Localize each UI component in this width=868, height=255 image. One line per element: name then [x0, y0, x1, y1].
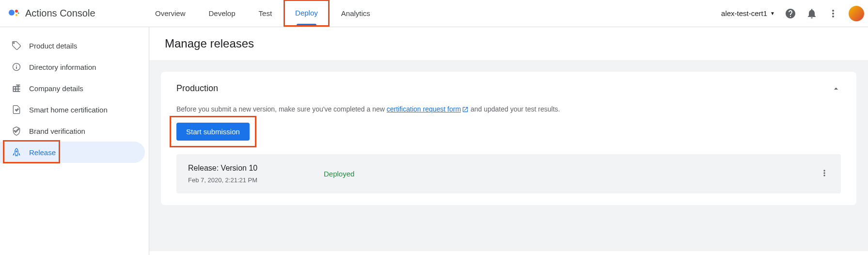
start-submission-button[interactable]: Start submission — [176, 123, 250, 141]
sidebar-item-product-details[interactable]: Product details — [0, 35, 149, 56]
svg-point-0 — [9, 10, 15, 16]
tab-test[interactable]: Test — [247, 0, 284, 27]
notifications-icon[interactable] — [806, 8, 818, 19]
assistant-logo-icon — [8, 8, 19, 19]
tab-analytics[interactable]: Analytics — [330, 0, 382, 27]
tag-icon — [12, 41, 21, 50]
svg-point-1 — [15, 10, 18, 13]
app-title: Actions Console — [25, 8, 95, 19]
more-vert-icon — [820, 168, 829, 178]
sidebar-item-smart-home-cert[interactable]: Smart home certification — [0, 99, 149, 120]
production-card: Production Before you submit a new versi… — [161, 72, 856, 205]
more-vert-icon[interactable] — [827, 8, 839, 19]
nav-tabs: Overview Develop Test Deploy Analytics — [143, 0, 382, 27]
release-status: Deployed — [324, 170, 354, 178]
sidebar-item-label: Smart home certification — [29, 106, 108, 114]
sidebar-item-label: Product details — [29, 42, 77, 50]
release-title: Release: Version 10 — [188, 164, 324, 173]
user-avatar[interactable] — [849, 6, 864, 21]
tab-deploy[interactable]: Deploy — [284, 0, 330, 27]
shield-icon — [12, 126, 21, 136]
dropdown-arrow-icon: ▼ — [770, 11, 775, 16]
project-selector[interactable]: alex-test-cert1 ▼ — [721, 9, 775, 17]
production-title: Production — [176, 83, 218, 94]
sidebar-item-label: Company details — [29, 84, 83, 93]
sidebar-item-label: Brand verification — [29, 127, 85, 135]
rocket-icon — [12, 147, 21, 157]
release-card: Release: Version 10 Feb 7, 2020, 2:21:21… — [176, 154, 841, 193]
cert-icon — [12, 105, 21, 114]
release-timestamp: Feb 7, 2020, 2:21:21 PM — [188, 176, 324, 184]
svg-point-5 — [16, 65, 17, 66]
sidebar-item-release[interactable]: Release — [0, 142, 145, 163]
sidebar-item-directory-info[interactable]: Directory information — [0, 56, 149, 78]
svg-point-3 — [18, 12, 19, 14]
tab-develop[interactable]: Develop — [197, 0, 247, 27]
svg-point-2 — [16, 14, 17, 16]
building-icon — [12, 83, 21, 93]
release-menu-button[interactable] — [820, 168, 829, 180]
certification-link[interactable]: certification request form — [387, 105, 461, 113]
sidebar-item-label: Release — [29, 148, 56, 157]
instruction-text: Before you submit a new version, make su… — [176, 105, 841, 113]
project-name: alex-test-cert1 — [721, 9, 767, 17]
page-title: Manage releases — [149, 27, 868, 60]
sidebar-item-label: Directory information — [29, 63, 96, 71]
sidebar-item-brand-verification[interactable]: Brand verification — [0, 120, 149, 142]
external-link-icon — [462, 106, 469, 113]
help-icon[interactable] — [785, 8, 796, 19]
sidebar: Product details Directory information Co… — [0, 27, 149, 255]
sidebar-item-company-details[interactable]: Company details — [0, 78, 149, 99]
svg-rect-6 — [16, 66, 17, 69]
info-icon — [12, 62, 21, 72]
tab-overview[interactable]: Overview — [143, 0, 197, 27]
chevron-up-icon[interactable] — [831, 84, 841, 94]
